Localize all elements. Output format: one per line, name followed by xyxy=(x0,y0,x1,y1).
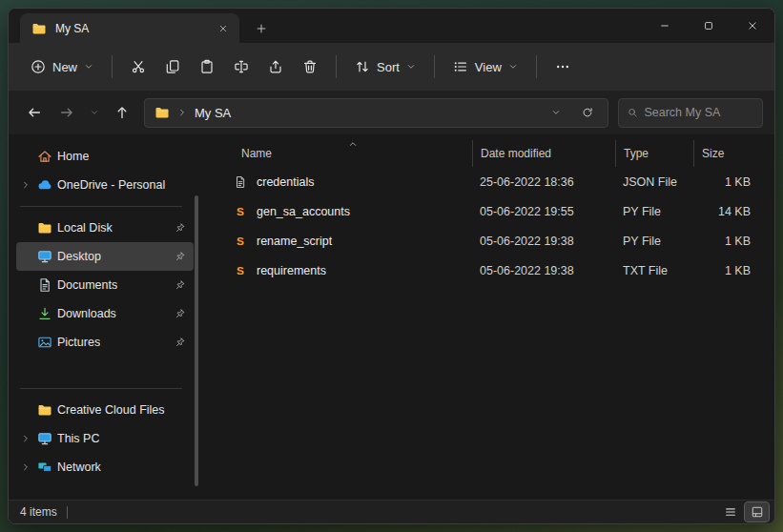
sort-icon xyxy=(355,59,370,74)
file-type: TXT File xyxy=(615,264,693,277)
chevron-right-icon[interactable] xyxy=(21,462,31,472)
file-name: rename_script xyxy=(257,235,332,248)
recent-locations-button[interactable] xyxy=(85,98,104,127)
chevron-down-icon xyxy=(551,108,561,117)
details-view-button[interactable] xyxy=(718,502,742,522)
file-type: JSON File xyxy=(615,175,693,189)
sidebar-item-label: OneDrive - Personal xyxy=(57,178,165,192)
file-row-gen-sa-accounts[interactable]: gen_sa_accounts 05-06-2022 19:55 PY File… xyxy=(207,196,765,226)
sidebar-item-local-disk[interactable]: Local Disk xyxy=(16,214,194,242)
minimize-icon xyxy=(659,20,670,31)
file-row-rename-script[interactable]: rename_script 05-06-2022 19:38 PY File 1… xyxy=(207,226,765,256)
window-controls xyxy=(643,9,774,43)
chevron-down-icon xyxy=(406,62,416,72)
file-row-requirements[interactable]: requirements 05-06-2022 19:38 TXT File 1… xyxy=(207,256,765,285)
file-size: 1 KB xyxy=(693,175,772,189)
sidebar-item-documents[interactable]: Documents xyxy=(16,271,194,299)
share-button[interactable] xyxy=(259,51,292,83)
sidebar-item-label: Pictures xyxy=(57,336,100,349)
breadcrumb-label: My SA xyxy=(195,106,231,120)
maximize-button[interactable] xyxy=(687,9,731,43)
status-divider xyxy=(67,506,68,519)
sidebar-item-pictures[interactable]: Pictures xyxy=(16,328,194,357)
copy-button[interactable] xyxy=(156,51,189,83)
file-name: credentials xyxy=(257,175,314,189)
paste-button[interactable] xyxy=(191,51,223,83)
refresh-button[interactable] xyxy=(573,98,602,127)
scrollbar-thumb[interactable] xyxy=(195,195,198,486)
sidebar-item-network[interactable]: Network xyxy=(16,453,194,481)
up-button[interactable] xyxy=(108,98,136,127)
sidebar-item-label: Documents xyxy=(57,278,117,292)
sidebar-scrollbar[interactable] xyxy=(195,195,198,486)
sidebar-item-label: Local Disk xyxy=(57,221,113,235)
new-plus-icon xyxy=(31,59,46,74)
column-header-label: Name xyxy=(241,147,272,160)
search-input[interactable] xyxy=(644,106,753,119)
back-button[interactable] xyxy=(20,98,49,127)
pin-icon xyxy=(175,308,186,319)
view-button-label: View xyxy=(475,61,502,73)
forward-arrow-icon xyxy=(59,105,74,120)
sidebar-divider xyxy=(20,388,182,389)
forward-button[interactable] xyxy=(52,98,81,127)
navigation-pane: Home OneDrive - Personal Local Disk Desk… xyxy=(9,134,199,500)
file-row-credentials[interactable]: credentials 25-06-2022 18:36 JSON File 1… xyxy=(207,167,765,196)
large-icons-view-button[interactable] xyxy=(745,502,769,522)
pin-icon xyxy=(175,222,186,234)
column-header-size[interactable]: Size xyxy=(693,140,772,167)
sidebar-item-downloads[interactable]: Downloads xyxy=(16,299,194,328)
plus-icon xyxy=(256,23,267,34)
new-button[interactable]: New xyxy=(22,51,102,83)
sidebar-item-onedrive[interactable]: OneDrive - Personal xyxy=(16,171,194,199)
close-window-button[interactable] xyxy=(731,9,774,43)
sidebar-item-desktop[interactable]: Desktop xyxy=(16,242,194,271)
pin-icon xyxy=(175,279,186,291)
file-size: 1 KB xyxy=(693,235,772,248)
address-bar[interactable]: My SA xyxy=(144,98,608,128)
sublime-file-icon xyxy=(234,264,247,277)
minimize-button[interactable] xyxy=(643,9,687,43)
chevron-right-icon[interactable] xyxy=(21,180,31,190)
file-list-pane: Name Date modified Type Size credentials… xyxy=(199,134,774,500)
sort-button[interactable]: Sort xyxy=(346,51,424,83)
sidebar-divider xyxy=(20,206,182,207)
sidebar-item-label: Desktop xyxy=(57,250,101,263)
sidebar-item-this-pc[interactable]: This PC xyxy=(16,424,194,453)
view-button[interactable]: View xyxy=(444,51,526,83)
breadcrumb[interactable]: My SA xyxy=(195,106,231,120)
close-icon xyxy=(747,20,758,31)
delete-button[interactable] xyxy=(294,51,326,83)
column-header-name[interactable]: Name xyxy=(234,140,472,167)
rename-icon xyxy=(234,59,249,74)
sidebar-item-label: This PC xyxy=(57,432,99,445)
pc-monitor-icon xyxy=(37,431,52,446)
sublime-file-icon xyxy=(234,235,247,248)
json-file-icon xyxy=(234,175,247,189)
cut-button[interactable] xyxy=(122,51,155,83)
file-date-modified: 05-06-2022 19:55 xyxy=(472,205,615,218)
explorer-tab[interactable]: My SA xyxy=(20,13,239,43)
file-date-modified: 05-06-2022 19:38 xyxy=(472,264,615,277)
sidebar-item-home[interactable]: Home xyxy=(16,142,194,171)
chevron-right-icon[interactable] xyxy=(21,434,31,443)
file-name: gen_sa_accounts xyxy=(257,205,350,218)
chevron-down-icon xyxy=(90,108,99,117)
column-header-type[interactable]: Type xyxy=(615,140,693,167)
new-tab-button[interactable] xyxy=(247,14,276,43)
column-header-date-modified[interactable]: Date modified xyxy=(472,140,615,167)
address-dropdown-button[interactable] xyxy=(546,98,566,127)
sidebar-item-label: Creative Cloud Files xyxy=(57,403,165,417)
new-button-label: New xyxy=(52,61,77,73)
file-size: 14 KB xyxy=(693,205,772,218)
more-options-button[interactable] xyxy=(546,51,579,83)
file-size: 1 KB xyxy=(693,264,772,277)
search-box[interactable] xyxy=(618,98,763,128)
sidebar-item-creative-cloud-files[interactable]: Creative Cloud Files xyxy=(16,396,194,424)
tab-close-button[interactable] xyxy=(213,18,234,39)
refresh-icon xyxy=(582,107,593,118)
search-icon xyxy=(628,107,637,118)
toolbar-divider xyxy=(536,55,537,78)
rename-button[interactable] xyxy=(225,51,258,83)
home-icon xyxy=(37,149,52,164)
